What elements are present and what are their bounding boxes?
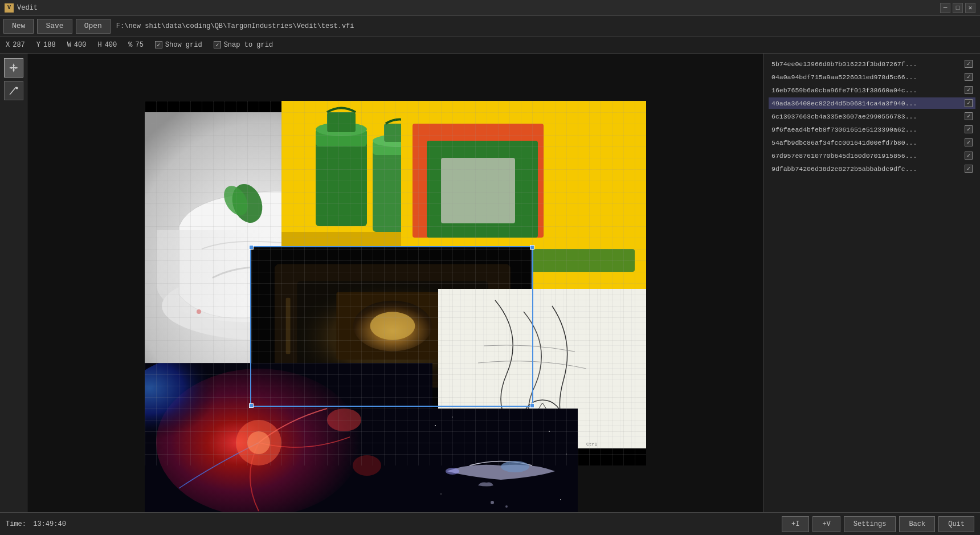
svg-point-48 bbox=[353, 455, 381, 476]
hash-checkbox[interactable]: ✓ bbox=[965, 99, 973, 107]
close-button[interactable]: ✕ bbox=[965, 3, 975, 13]
hash-checkbox[interactable]: ✓ bbox=[965, 112, 973, 120]
title-bar-left: V Vedit bbox=[5, 3, 38, 13]
hash-text: 9dfabb74206d38d2e8272b5abbabdc9dfc... bbox=[771, 165, 965, 173]
hash-checkbox[interactable]: ✓ bbox=[965, 86, 973, 94]
svg-marker-0 bbox=[9, 63, 18, 72]
svg-point-59 bbox=[505, 505, 508, 508]
hash-row[interactable]: 54afb9dbc86af34fcc001641d00efd7b80...✓ bbox=[769, 137, 975, 148]
x-label: X bbox=[6, 41, 10, 49]
hash-text: 49ada36408ec822d4d5b06814ca4a3f940... bbox=[771, 100, 965, 107]
svg-point-4 bbox=[15, 87, 18, 89]
hash-checkbox[interactable]: ✓ bbox=[965, 60, 973, 68]
toolbar: New Save Open F:\new shit\data\coding\QB… bbox=[0, 16, 980, 36]
h-label: H bbox=[97, 41, 101, 49]
hash-checkbox[interactable]: ✓ bbox=[965, 152, 973, 160]
y-coord: Y 188 bbox=[36, 41, 56, 49]
h-size: H 400 bbox=[97, 41, 117, 49]
hash-row[interactable]: 04a0a94bdf715a9aa5226031ed978d5c66...✓ bbox=[769, 71, 975, 83]
snap-grid-checkbox[interactable]: ✓ bbox=[214, 41, 221, 48]
show-grid-toggle[interactable]: ✓ Show grid bbox=[155, 41, 202, 49]
plus-i-button[interactable]: +I bbox=[782, 516, 809, 532]
status-bar: X 287 Y 188 W 400 H 400 % 75 ✓ Show grid… bbox=[0, 36, 980, 54]
back-button[interactable]: Back bbox=[899, 516, 935, 532]
time-value: 13:49:40 bbox=[33, 520, 66, 528]
svg-rect-15 bbox=[327, 112, 356, 132]
canvas-container[interactable]: Ctrl bbox=[145, 101, 646, 465]
y-value: 188 bbox=[43, 41, 56, 49]
hash-row[interactable]: 16eb7659b6a0cba96fe7f013f38660a04c...✓ bbox=[769, 84, 975, 96]
show-grid-label: Show grid bbox=[165, 41, 202, 49]
right-panel: 5b74ee0e13966d8b7b016223f3bd87267f...✓04… bbox=[763, 54, 980, 512]
hash-row[interactable]: 5b74ee0e13966d8b7b016223f3bd87267f...✓ bbox=[769, 58, 975, 70]
bottom-right-buttons: +I +V Settings Back Quit bbox=[782, 516, 974, 532]
svg-line-1 bbox=[10, 87, 16, 94]
maximize-button[interactable]: □ bbox=[953, 3, 963, 13]
w-size: W 400 bbox=[67, 41, 87, 49]
show-grid-checkbox[interactable]: ✓ bbox=[155, 41, 162, 48]
svg-rect-23 bbox=[441, 158, 515, 223]
hash-text: 16eb7659b6a0cba96fe7f013f38660a04c... bbox=[771, 87, 965, 94]
y-label: Y bbox=[36, 41, 40, 49]
svg-rect-49 bbox=[424, 409, 578, 513]
file-path: F:\new shit\data\coding\QB\TargonIndustr… bbox=[116, 22, 354, 30]
svg-point-47 bbox=[327, 409, 361, 431]
svg-point-57 bbox=[501, 461, 529, 472]
plus-v-button[interactable]: +V bbox=[812, 516, 840, 532]
svg-point-56 bbox=[446, 468, 459, 475]
svg-point-53 bbox=[566, 454, 567, 455]
hash-checkbox[interactable]: ✓ bbox=[965, 165, 973, 173]
hash-checkbox[interactable]: ✓ bbox=[965, 138, 973, 146]
canvas-image-bio[interactable] bbox=[145, 363, 432, 513]
svg-point-46 bbox=[247, 431, 270, 454]
bottom-bar: Time: 13:49:40 +I +V Settings Back Quit bbox=[0, 512, 980, 535]
x-value: 287 bbox=[13, 41, 25, 49]
title-bar: V Vedit ─ □ ✕ bbox=[0, 0, 980, 16]
w-value: 400 bbox=[74, 41, 87, 49]
hash-text: 04a0a94bdf715a9aa5226031ed978d5c66... bbox=[771, 73, 965, 81]
hash-text: 54afb9dbc86af34fcc001641d00efd7b80... bbox=[771, 139, 965, 146]
main-area: Ctrl bbox=[0, 54, 980, 512]
snap-to-grid-toggle[interactable]: ✓ Snap to grid bbox=[214, 41, 273, 49]
svg-point-55 bbox=[560, 499, 561, 500]
app-title: Vedit bbox=[17, 4, 38, 12]
time-display: Time: 13:49:40 bbox=[6, 520, 66, 528]
w-label: W bbox=[67, 41, 71, 49]
canvas-image-space[interactable] bbox=[424, 409, 578, 513]
settings-button[interactable]: Settings bbox=[844, 516, 896, 532]
svg-text:Ctrl: Ctrl bbox=[586, 442, 597, 447]
zoom-percent: % 75 bbox=[128, 41, 144, 49]
x-coord: X 287 bbox=[6, 41, 25, 49]
svg-point-31 bbox=[370, 312, 415, 340]
open-button[interactable]: Open bbox=[76, 19, 111, 34]
svg-point-54 bbox=[440, 493, 442, 495]
percent-value: 75 bbox=[135, 41, 143, 49]
hash-text: 6c13937663cb4a335e3607ae2990556783... bbox=[771, 113, 965, 120]
hash-row[interactable]: 6c13937663cb4a335e3607ae2990556783...✓ bbox=[769, 111, 975, 122]
hash-checkbox[interactable]: ✓ bbox=[965, 125, 973, 133]
hash-text: 9f6faead4bfeb8f73061651e5123390a62... bbox=[771, 126, 965, 133]
svg-point-58 bbox=[491, 501, 494, 504]
hash-row[interactable]: 9dfabb74206d38d2e8272b5abbabdc9dfc...✓ bbox=[769, 163, 975, 174]
h-value: 400 bbox=[105, 41, 117, 49]
snap-grid-label: Snap to grid bbox=[224, 41, 273, 49]
draw-tool-button[interactable] bbox=[4, 81, 23, 100]
minimize-button[interactable]: ─ bbox=[940, 3, 950, 13]
hash-row[interactable]: 49ada36408ec822d4d5b06814ca4a3f940...✓ bbox=[769, 97, 975, 109]
svg-point-52 bbox=[549, 431, 550, 432]
canvas-area[interactable]: Ctrl bbox=[27, 54, 763, 512]
hash-row[interactable]: 67d957e87610770b645d160d0701915856...✓ bbox=[769, 150, 975, 161]
quit-button[interactable]: Quit bbox=[938, 516, 974, 532]
move-tool-button[interactable] bbox=[4, 58, 23, 77]
left-toolbar bbox=[0, 54, 27, 512]
svg-point-51 bbox=[452, 416, 453, 418]
svg-line-3 bbox=[10, 94, 10, 95]
save-button[interactable]: Save bbox=[37, 19, 72, 34]
hash-row[interactable]: 9f6faead4bfeb8f73061651e5123390a62...✓ bbox=[769, 124, 975, 135]
hash-text: 67d957e87610770b645d160d0701915856... bbox=[771, 152, 965, 160]
new-button[interactable]: New bbox=[3, 19, 34, 34]
app-icon: V bbox=[5, 3, 14, 13]
svg-point-50 bbox=[435, 425, 436, 426]
time-label: Time: bbox=[6, 520, 26, 528]
hash-checkbox[interactable]: ✓ bbox=[965, 73, 973, 81]
